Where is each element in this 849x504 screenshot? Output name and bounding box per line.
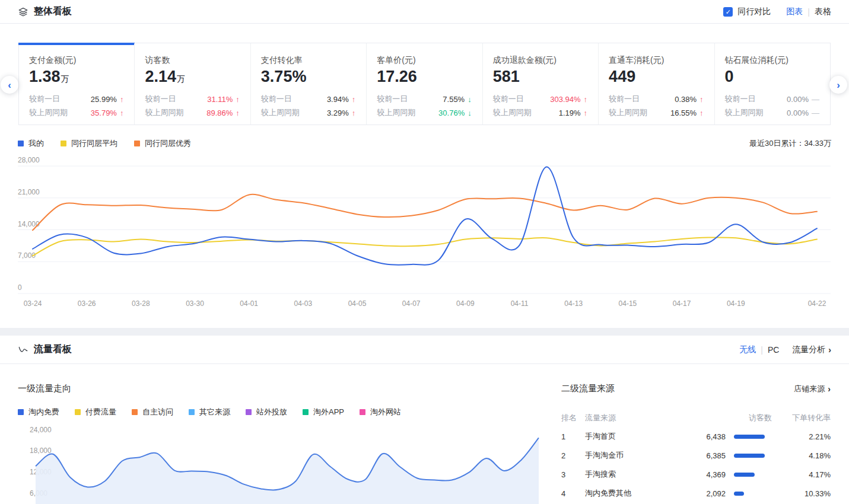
row-rank: 1 [561, 432, 585, 441]
legend-item[interactable]: 我的 [18, 138, 44, 149]
svg-text:04-03: 04-03 [294, 299, 313, 308]
row-source[interactable]: 手淘首页 [585, 431, 689, 442]
chevron-right-icon: › [828, 384, 831, 394]
compare-value: 16.55%↑ [670, 109, 704, 117]
compare-value: 0.00%— [787, 109, 819, 117]
traffic-chart-canvas[interactable]: 6,00012,00018,00024,000 [18, 422, 555, 504]
compare-value-text: 25.99% [91, 95, 117, 104]
table-row: 1手淘首页6,4382.21% [561, 427, 831, 446]
flat-dash-icon: — [812, 95, 819, 104]
kpi-compare-row: 较前一日0.00%— [725, 94, 819, 104]
row-rank: 3 [561, 470, 585, 479]
arrow-up-icon: ↑ [120, 109, 124, 117]
compare-value: 31.11%↑ [207, 95, 240, 104]
kpi-card[interactable]: 成功退款金额(元)581较前一日303.94%↑较上周同期1.19%↑ [482, 43, 598, 125]
legend-label: 站外投放 [256, 407, 287, 417]
svg-text:04-17: 04-17 [673, 299, 691, 308]
kpi-compare-row: 较前一日7.55%↓ [377, 94, 471, 104]
cards-prev-button[interactable]: ‹ [1, 76, 18, 94]
row-visitors: 2,092 [689, 489, 726, 498]
compare-label: 较前一日 [725, 94, 756, 104]
row-visitors: 4,369 [689, 470, 726, 479]
kpi-card[interactable]: 客单价(元)17.26较前一日7.55%↓较上周同期30.76%↓ [366, 43, 482, 125]
layers-icon [18, 7, 28, 17]
kpi-card[interactable]: 支付转化率3.75%较前一日3.94%↑较上周同期3.29%↑ [250, 43, 366, 125]
kpi-card[interactable]: 钻石展位消耗(元)0较前一日0.00%—较上周同期0.00%— [714, 43, 830, 125]
svg-text:04-19: 04-19 [727, 299, 745, 308]
tab-wireless[interactable]: 无线 [739, 344, 756, 355]
legend-label: 我的 [28, 138, 44, 149]
legend-item[interactable]: 淘外网站 [360, 407, 401, 417]
row-source[interactable]: 手淘淘金币 [585, 450, 689, 461]
legend-label: 其它来源 [199, 407, 230, 417]
compare-label: 较前一日 [377, 94, 408, 104]
legend-item[interactable]: 同行同层平均 [61, 138, 117, 149]
traffic-analysis-label: 流量分析 [792, 344, 825, 355]
row-visitors: 6,438 [689, 432, 726, 441]
compare-value-text: 0.00% [787, 109, 809, 117]
compare-label: 较前一日 [29, 94, 60, 104]
kpi-card-unit: 万 [61, 74, 69, 84]
peer-compare-checkbox[interactable]: ✓ [723, 7, 733, 17]
peer-compare-label[interactable]: 同行对比 [737, 7, 771, 17]
svg-text:04-07: 04-07 [402, 299, 421, 308]
compare-label: 较前一日 [609, 94, 640, 104]
compare-value: 35.79%↑ [91, 109, 124, 117]
legend-label: 同行同层平均 [71, 138, 117, 149]
tab-pc[interactable]: PC [768, 345, 779, 355]
kpi-compare-row: 较上周同期1.19%↑ [493, 107, 587, 118]
view-chart-toggle[interactable]: 图表 [786, 7, 803, 17]
arrow-down-icon: ↓ [468, 109, 472, 117]
chevron-right-icon: › [828, 345, 831, 355]
svg-text:03-30: 03-30 [186, 299, 204, 308]
row-source[interactable]: 淘内免费其他 [585, 488, 689, 499]
legend-label: 付费流量 [85, 407, 116, 417]
kpi-card[interactable]: 访客数2.14万较前一日31.11%↑较上周同期89.86%↑ [134, 43, 250, 125]
view-toggle-divider: | [807, 7, 810, 17]
view-table-toggle[interactable]: 表格 [815, 7, 831, 17]
row-source[interactable]: 手淘搜索 [585, 469, 689, 480]
legend-item[interactable]: 其它来源 [189, 407, 230, 417]
legend-item[interactable]: 自主访问 [132, 407, 173, 417]
source-title: 二级流量来源 [561, 383, 615, 394]
legend-item[interactable]: 淘外APP [303, 407, 344, 417]
col-conversion: 下单转化率 [772, 413, 831, 423]
traffic-content: 一级流量走向 淘内免费付费流量自主访问其它来源站外投放淘外APP淘外网站 6,0… [0, 364, 849, 504]
traffic-analysis-link[interactable]: 流量分析 › [792, 344, 831, 355]
legend-item[interactable]: 淘内免费 [18, 407, 59, 417]
legend-swatch [189, 409, 195, 415]
shop-source-link[interactable]: 店铺来源 › [794, 384, 831, 394]
svg-text:03-28: 03-28 [132, 299, 150, 308]
legend-swatch [18, 141, 24, 146]
kpi-card[interactable]: 直通车消耗(元)449较前一日0.38%↑较上周同期16.55%↑ [598, 43, 714, 125]
compare-value: 25.99%↑ [91, 95, 124, 104]
row-rank: 2 [561, 451, 585, 460]
kpi-compare-row: 较前一日3.94%↑ [261, 94, 355, 104]
source-table-body: 1手淘首页6,4382.21%2手淘淘金币6,3854.18%3手淘搜索4,36… [561, 427, 831, 503]
row-rank: 4 [561, 489, 585, 498]
trend-title: 一级流量走向 [18, 383, 552, 394]
svg-text:24,000: 24,000 [30, 426, 52, 434]
compare-value-text: 16.55% [670, 109, 697, 117]
kpi-card[interactable]: 支付金额(元)1.38万较前一日25.99%↑较上周同期35.79%↑ [19, 43, 134, 125]
legend-item[interactable]: 站外投放 [246, 407, 287, 417]
svg-text:03-26: 03-26 [78, 299, 96, 308]
line-chart-icon [18, 344, 28, 355]
arrow-up-icon: ↑ [699, 95, 704, 104]
legend-label: 自主访问 [142, 407, 173, 417]
traffic-controls: 无线 | PC 流量分析 › [739, 344, 831, 355]
overview-chart-canvas[interactable]: 07,00014,00021,00028,00003-2403-2603-280… [0, 156, 849, 316]
cards-next-button[interactable]: › [829, 76, 847, 94]
legend-swatch [75, 409, 81, 415]
legend-item[interactable]: 同行同层优秀 [134, 138, 191, 149]
shop-source-label: 店铺来源 [794, 384, 825, 394]
tab-divider: | [761, 345, 763, 355]
svg-text:21,000: 21,000 [18, 188, 40, 196]
kpi-card-value: 2.14万 [145, 68, 239, 86]
compare-value-text: 0.00% [787, 95, 809, 104]
compare-value-text: 1.19% [559, 109, 581, 117]
legend-label: 淘内免费 [28, 407, 59, 417]
legend-item[interactable]: 付费流量 [75, 407, 116, 417]
svg-text:04-11: 04-11 [511, 299, 529, 308]
compare-value-text: 0.38% [675, 95, 697, 104]
